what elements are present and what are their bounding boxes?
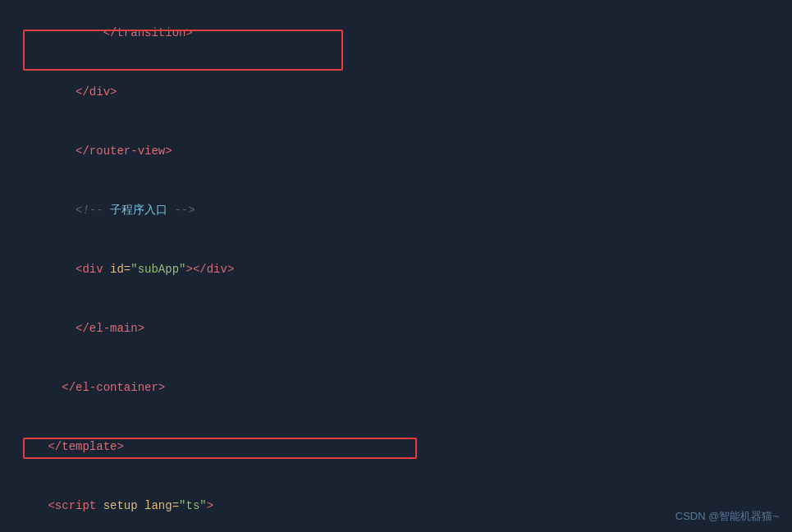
code-line-1: </transition>: [0, 3, 792, 62]
code-line-8: </template>: [0, 417, 792, 476]
code-text: <div: [48, 263, 110, 276]
code-text: lang=: [144, 499, 179, 512]
code-text: </el-container>: [48, 381, 165, 394]
watermark: CSDN @智能机器猫~: [675, 509, 779, 524]
code-editor: </transition> </div> </router-view> <!--…: [0, 0, 792, 532]
code-line-4: <!-- 子程序入口 -->: [0, 181, 792, 240]
code-text: "subApp": [130, 263, 185, 276]
code-text: <!--: [48, 204, 110, 217]
code-text: </template>: [48, 440, 123, 453]
code-line-7: </el-container>: [0, 358, 792, 417]
code-text: id=: [110, 263, 130, 276]
code-text: setup: [103, 499, 144, 512]
code-text: </router-view>: [48, 144, 172, 158]
code-line-2: </div>: [0, 62, 792, 122]
code-text: >: [207, 499, 213, 512]
code-text: </el-main>: [48, 322, 144, 335]
code-text: ></div>: [185, 263, 234, 276]
code-text: -->: [167, 204, 195, 217]
code-text: </transition>: [48, 26, 192, 39]
code-line-6: </el-main>: [0, 299, 792, 358]
code-line-5: <div id="subApp"></div>: [0, 240, 792, 299]
code-line-3: </router-view>: [0, 122, 792, 181]
code-text: "ts": [179, 499, 207, 512]
code-text: <script: [48, 499, 103, 512]
code-text: </div>: [48, 85, 117, 99]
code-line-9: <script setup lang="ts">: [0, 476, 792, 532]
code-text: 子程序入口: [110, 204, 167, 217]
